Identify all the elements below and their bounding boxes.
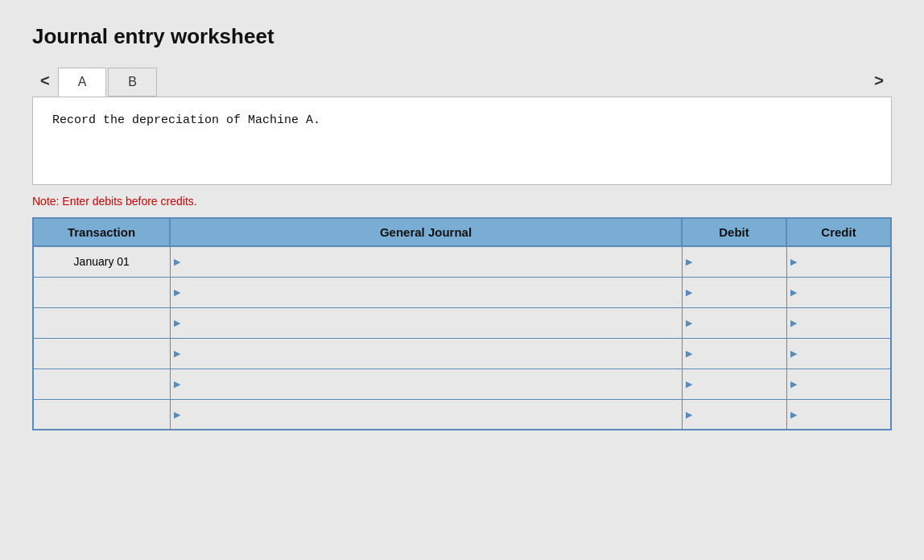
tabs-container: < A B >	[32, 65, 892, 97]
header-credit: Credit	[786, 218, 891, 246]
transaction-cell-0: January 01	[33, 246, 170, 277]
debit-cell-0[interactable]	[682, 246, 786, 277]
general-journal-input-2[interactable]	[171, 308, 682, 338]
general-journal-cell-3[interactable]	[170, 338, 682, 369]
debit-input-2[interactable]	[683, 308, 786, 338]
debit-input-4[interactable]	[683, 369, 786, 399]
debit-input-5[interactable]	[683, 400, 786, 430]
table-row: January 01	[33, 246, 891, 277]
general-journal-cell-2[interactable]	[170, 307, 682, 338]
prev-arrow[interactable]: <	[32, 65, 58, 97]
debit-cell-3[interactable]	[682, 338, 786, 369]
general-journal-cell-0[interactable]	[170, 246, 682, 277]
debit-cell-5[interactable]	[682, 399, 786, 430]
debit-cell-1[interactable]	[682, 277, 786, 307]
credit-input-5[interactable]	[787, 400, 891, 430]
transaction-cell-2	[33, 307, 170, 338]
credit-cell-2[interactable]	[786, 307, 891, 338]
general-journal-input-4[interactable]	[171, 369, 682, 399]
general-journal-input-1[interactable]	[171, 278, 682, 307]
table-row	[33, 399, 891, 430]
credit-input-2[interactable]	[787, 308, 891, 338]
credit-input-1[interactable]	[787, 278, 891, 307]
tab-b[interactable]: B	[108, 68, 157, 97]
general-journal-input-5[interactable]	[171, 400, 682, 430]
transaction-cell-4	[33, 369, 170, 399]
journal-table: Transaction General Journal Debit Credit…	[32, 217, 892, 430]
debit-cell-4[interactable]	[682, 369, 786, 399]
table-row	[33, 277, 891, 307]
header-transaction: Transaction	[33, 218, 170, 246]
next-arrow[interactable]: >	[866, 65, 892, 97]
credit-input-4[interactable]	[787, 369, 891, 399]
debit-input-0[interactable]	[683, 247, 786, 277]
header-general-journal: General Journal	[170, 218, 682, 246]
general-journal-input-0[interactable]	[171, 247, 682, 277]
tab-content: Record the depreciation of Machine A.	[32, 97, 892, 185]
general-journal-cell-5[interactable]	[170, 399, 682, 430]
table-row	[33, 369, 891, 399]
credit-input-3[interactable]	[787, 339, 891, 369]
credit-cell-5[interactable]	[786, 399, 891, 430]
general-journal-input-3[interactable]	[171, 339, 682, 369]
tab-a[interactable]: A	[58, 68, 107, 97]
credit-input-0[interactable]	[787, 247, 891, 277]
header-debit: Debit	[682, 218, 786, 246]
credit-cell-1[interactable]	[786, 277, 891, 307]
transaction-cell-1	[33, 277, 170, 307]
transaction-cell-3	[33, 338, 170, 369]
transaction-cell-5	[33, 399, 170, 430]
table-row	[33, 338, 891, 369]
debit-input-1[interactable]	[683, 278, 786, 307]
debit-input-3[interactable]	[683, 339, 786, 369]
credit-cell-3[interactable]	[786, 338, 891, 369]
general-journal-cell-4[interactable]	[170, 369, 682, 399]
note-text: Note: Enter debits before credits.	[32, 195, 892, 208]
general-journal-cell-1[interactable]	[170, 277, 682, 307]
credit-cell-0[interactable]	[786, 246, 891, 277]
page-title: Journal entry worksheet	[32, 24, 892, 49]
table-row	[33, 307, 891, 338]
debit-cell-2[interactable]	[682, 307, 786, 338]
instruction-text: Record the depreciation of Machine A.	[52, 113, 872, 127]
credit-cell-4[interactable]	[786, 369, 891, 399]
